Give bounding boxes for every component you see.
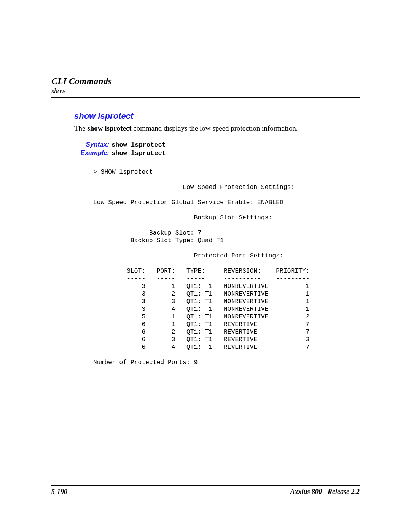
page: CLI Commands show show lsprotect The sho… [0, 0, 411, 532]
command-title: show lsprotect [74, 111, 360, 121]
example-row: Example: show lsprotect [74, 149, 360, 157]
footer-row: 5-190 Axxius 800 - Release 2.2 [51, 488, 360, 496]
desc-prefix: The [74, 124, 87, 132]
syntax-label: Syntax: [74, 141, 109, 149]
page-footer: 5-190 Axxius 800 - Release 2.2 [51, 485, 360, 496]
header-title: CLI Commands [51, 76, 360, 86]
footer-page-num: 5-190 [51, 488, 67, 496]
command-description: The show lsprotect command displays the … [74, 124, 360, 133]
header-rule [51, 97, 360, 98]
header-sub: show [51, 87, 360, 95]
example-label: Example: [74, 149, 109, 157]
desc-suffix: command displays the low speed protectio… [132, 124, 298, 132]
desc-bold: show lsprotect [87, 124, 131, 132]
example-value: show lsprotect [112, 150, 166, 157]
footer-release: Axxius 800 - Release 2.2 [290, 488, 360, 496]
syntax-value: show lsprotect [112, 141, 166, 149]
syntax-row: Syntax: show lsprotect [74, 141, 360, 149]
cli-output: > SHOW lsprotect Low Speed Protection Se… [93, 168, 360, 366]
content: show lsprotect The show lsprotect comman… [74, 111, 360, 366]
page-header: CLI Commands show [51, 76, 360, 98]
footer-rule [51, 485, 360, 486]
